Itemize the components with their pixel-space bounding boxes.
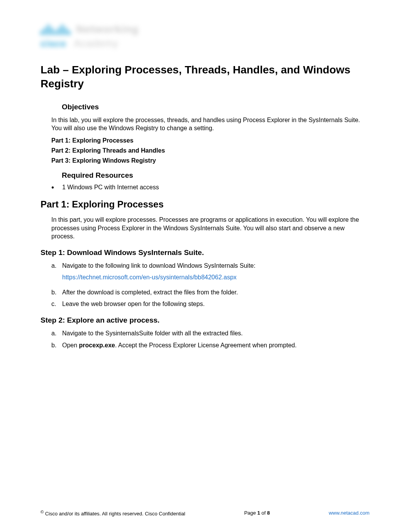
page-label: Page — [244, 510, 257, 516]
logo-networking-text: Networking — [76, 23, 139, 36]
copyright-icon: © — [41, 510, 44, 514]
list-marker-a: a. — [51, 262, 62, 285]
step1-item-c: c. Leave the web browser open for the fo… — [51, 300, 369, 308]
step2-b-suffix: . Accept the Process Explorer License Ag… — [115, 342, 296, 348]
step1-b-text: After the download is completed, extract… — [62, 288, 369, 297]
cisco-bars-icon — [41, 24, 70, 35]
document-title: Lab – Exploring Processes, Threads, Hand… — [41, 63, 369, 91]
page-total: 8 — [267, 510, 270, 516]
sysinternals-link[interactable]: https://technet.microsoft.com/en-us/sysi… — [62, 274, 237, 280]
step2-b-prefix: Open — [62, 342, 79, 348]
step1-heading: Step 1: Download Windows SysInternals Su… — [41, 248, 369, 257]
bullet-icon: • — [51, 184, 62, 191]
step1-c-text: Leave the web browser open for the follo… — [62, 300, 369, 308]
resource-text: 1 Windows PC with Internet access — [62, 184, 159, 191]
list-marker-c: c. — [51, 300, 62, 308]
logo-cisco-text: cisco — [41, 38, 66, 49]
cisco-logo: Networking cisco Academy — [41, 23, 369, 49]
step1-item-b: b. After the download is completed, extr… — [51, 288, 369, 297]
step2-item-a: a. Navigate to the SysinternalsSuite fol… — [51, 329, 369, 338]
resource-item: • 1 Windows PC with Internet access — [51, 184, 369, 191]
page-current: 1 — [257, 510, 260, 516]
step1-a-text: Navigate to the following link to downlo… — [62, 262, 256, 269]
footer-url[interactable]: www.netacad.com — [329, 510, 369, 516]
footer-copyright: © Cisco and/or its affiliates. All right… — [41, 510, 185, 517]
step2-a-text: Navigate to the SysinternalsSuite folder… — [62, 329, 369, 338]
list-marker-a2: a. — [51, 329, 62, 338]
objectives-intro: In this lab, you will explore the proces… — [51, 116, 369, 133]
resources-heading: Required Resources — [62, 171, 369, 180]
step2-item-b: b. Open procexp.exe. Accept the Process … — [51, 341, 369, 350]
objectives-part1: Part 1: Exploring Processes — [51, 137, 369, 144]
list-marker-b2: b. — [51, 341, 62, 350]
objectives-heading: Objectives — [62, 103, 369, 111]
footer-url-text: www.netacad.com — [329, 510, 369, 516]
objectives-part2: Part 2: Exploring Threads and Handles — [51, 147, 369, 154]
part1-heading: Part 1: Exploring Processes — [41, 199, 369, 210]
footer-copyright-text: Cisco and/or its affiliates. All rights … — [44, 511, 185, 517]
step2-b-bold: procexp.exe — [79, 342, 115, 348]
step2-heading: Step 2: Explore an active process. — [41, 316, 369, 325]
list-marker-b: b. — [51, 288, 62, 297]
part1-intro: In this part, you will explore processes… — [51, 216, 369, 241]
step2-b-text: Open procexp.exe. Accept the Process Exp… — [62, 341, 369, 350]
page-of: of — [260, 510, 267, 516]
logo-academy-text: Academy — [74, 37, 118, 49]
footer-page-number: Page 1 of 8 — [244, 510, 270, 516]
page-footer: © Cisco and/or its affiliates. All right… — [41, 510, 369, 517]
step1-item-a: a. Navigate to the following link to dow… — [51, 262, 369, 285]
objectives-part3: Part 3: Exploring Windows Registry — [51, 157, 369, 164]
